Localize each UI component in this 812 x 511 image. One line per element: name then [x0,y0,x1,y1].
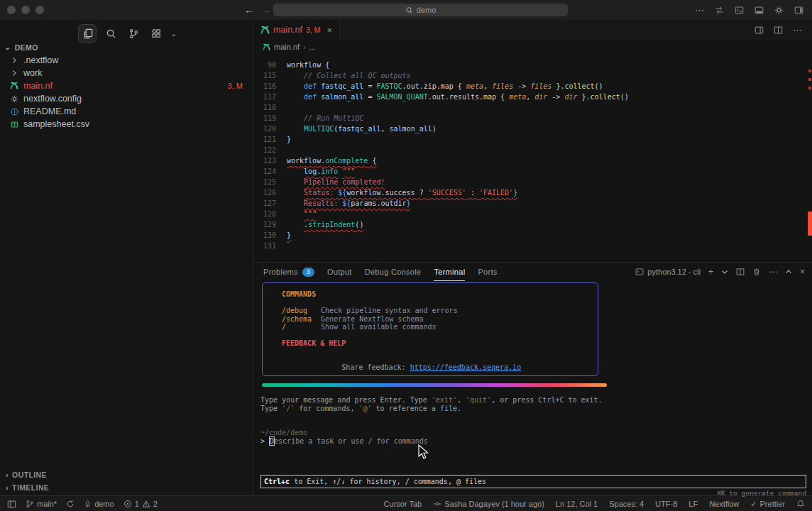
status-formatter[interactable]: ✓ Prettier [750,500,785,509]
chevron-down-icon[interactable]: ⌄ [170,29,177,38]
layout-toggle-icon[interactable] [7,500,16,509]
status-branch[interactable]: main* [26,500,57,508]
panel-tab-problems[interactable]: Problems3 [263,263,314,281]
shell-label: python3.12 - cli [647,268,701,276]
zoom-window-button[interactable] [35,6,44,14]
layout-sidebar-right-icon[interactable] [794,6,803,15]
line-number: 124 [253,166,276,177]
source-control-icon[interactable] [125,25,142,42]
code-line: 98workflow { [253,60,812,70]
search-icon [405,6,413,14]
line-number: 120 [253,123,276,134]
explorer-section-header[interactable]: ⌄ DEMO [4,43,38,52]
status-language[interactable]: Nextflow [709,500,739,508]
minimize-window-button[interactable] [21,6,30,14]
hint-text: to Exit, ↑/↓ for history, / commands, @ … [290,478,486,485]
more-actions-icon[interactable]: ⋯ [695,5,704,16]
file-label: .nextflow [23,55,58,65]
tree-item--nextflow[interactable]: .nextflow [0,54,253,67]
maximize-panel-icon[interactable] [785,268,792,275]
close-panel-icon[interactable]: × [800,267,805,277]
chevron-down-icon: ⌄ [4,43,11,52]
terminal-icon[interactable] [735,6,744,15]
error-icon [124,500,132,508]
code-editor[interactable]: 98workflow {115 // Collect all QC output… [253,54,812,262]
code-line: 127 Results: ${params.outdir} [253,198,812,209]
code-line: 131 [253,241,812,251]
more-actions-icon[interactable]: ⋯ [793,25,802,35]
panel-tab-ports[interactable]: Ports [478,263,497,281]
line-number: 98 [253,60,276,70]
chevron-right-icon [9,57,19,64]
warning-icon [142,500,150,508]
panel-tab-terminal[interactable]: Terminal [434,263,465,281]
kill-terminal-icon[interactable] [752,268,761,276]
overview-ruler[interactable] [807,54,812,262]
breadcrumb-item[interactable]: main.nf [274,43,300,51]
command-center-search[interactable]: demo [273,4,568,16]
panel-tab-debug-console[interactable]: Debug Console [365,263,422,281]
prompt-rest: escribe a task or use / for commands [274,437,428,445]
forward-button[interactable]: → [262,5,271,16]
status-eol[interactable]: LF [688,500,698,508]
tree-item-nextflow-config[interactable]: nextflow.config [0,92,253,105]
status-encoding[interactable]: UTF-8 [655,500,677,508]
chevron-right-icon: › [303,43,306,51]
tab-main-nf[interactable]: main.nf 3, M × [253,20,340,40]
status-blame[interactable]: Sasha Dagayev (1 hour ago) [433,500,544,508]
tree-item-main-nf[interactable]: main.nf3, M [0,79,253,92]
gear-icon[interactable] [774,6,784,15]
close-window-button[interactable] [7,6,16,14]
notifications-bell-icon[interactable] [796,500,805,508]
status-project[interactable]: demo [84,500,114,508]
status-indentation[interactable]: Spaces: 4 [609,500,644,508]
status-position[interactable]: Ln 12, Col 1 [556,500,598,508]
tree-item-work[interactable]: work [0,67,253,79]
terminal-hint-bar[interactable]: Ctrl+c to Exit, ↑/↓ for history, / comma… [260,475,806,488]
section-title: DEMO [15,43,38,52]
new-terminal-icon[interactable]: + [708,267,713,277]
chevron-down-icon[interactable] [721,268,728,275]
split-terminal-icon[interactable] [736,268,745,276]
explorer-icon[interactable] [78,24,97,43]
line-number: 125 [253,177,276,187]
help-line-2: Type '/' for commands, '@' to reference … [260,405,461,412]
split-editor-icon[interactable] [774,26,783,35]
sync-icon[interactable] [66,500,75,508]
panel-tab-output[interactable]: Output [327,263,352,281]
terminal-profile[interactable]: python3.12 - cli [635,268,701,276]
toggle-layout-icon[interactable] [755,26,764,35]
tab-bar: main.nf 3, M × ⋯ [253,20,812,40]
rocket-icon [84,500,92,508]
code-line: 123workflow.onComplete { [253,155,812,166]
terminal-prompt[interactable]: > D escribe a task or use / for commands [260,437,428,445]
breadcrumb-item[interactable]: ... [309,43,316,51]
diff-icon[interactable] [715,6,724,15]
timeline-section[interactable]: › TIMELINE [0,481,253,494]
terminal-content[interactable]: COMMANDS /debugCheck pipeline syntax and… [253,281,812,495]
nextflow-icon [9,82,19,90]
status-diagnostics[interactable]: 1 2 [124,500,158,508]
line-number: 121 [253,134,276,145]
more-actions-icon[interactable]: ⋯ [769,267,777,277]
line-number: 116 [253,81,276,92]
search-view-icon[interactable] [102,25,119,42]
feedback-title: FEEDBACK & HELP [282,339,346,347]
feedback-link[interactable]: https://feedback.seqera.io [410,363,522,371]
command-name: / [282,323,321,331]
panel-tabs: Problems3OutputDebug ConsoleTerminalPort… [263,263,498,281]
tree-item-readme-md[interactable]: README.md [0,105,253,118]
help-line-1: Type your message and press Enter. Type … [260,396,603,404]
tree-item-samplesheet-csv[interactable]: samplesheet.csv [0,118,253,131]
titlebar: ← → demo ⋯ [0,0,812,20]
status-bar: main* demo 1 2 Cursor Tab Sasha Dagayev … [0,495,812,511]
file-label: samplesheet.csv [23,119,89,129]
extensions-icon[interactable] [148,25,165,42]
status-cursor-tab[interactable]: Cursor Tab [384,500,422,508]
layout-panel-icon[interactable] [755,6,764,15]
close-tab-icon[interactable]: × [327,25,332,35]
back-button[interactable]: ← [244,5,253,16]
problems-badge: 3 [302,268,314,277]
outline-section[interactable]: › OUTLINE [0,468,253,481]
code-line: 115 // Collect all QC outputs [253,70,812,81]
